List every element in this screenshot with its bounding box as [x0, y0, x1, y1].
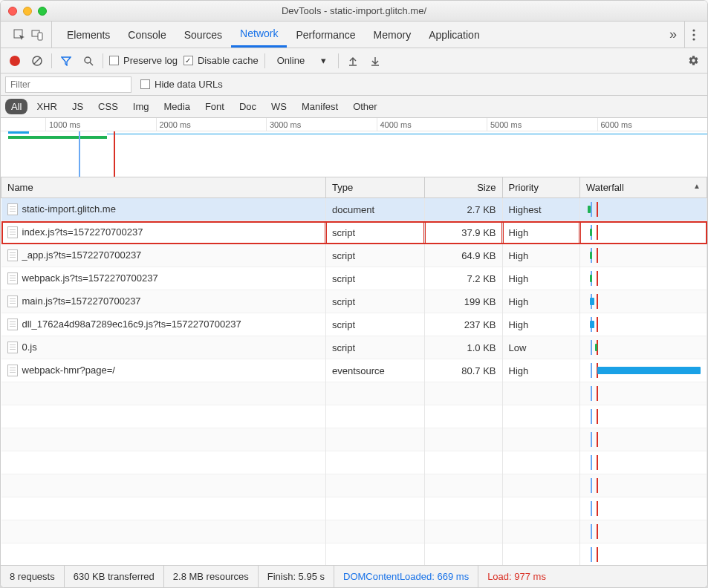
close-icon[interactable] [8, 7, 17, 16]
file-icon [7, 226, 18, 238]
empty-row [1, 497, 707, 520]
empty-row [1, 405, 707, 428]
zoom-icon[interactable] [38, 7, 47, 16]
col-priority[interactable]: Priority [502, 177, 580, 198]
request-priority: Low [502, 336, 580, 359]
request-name: _app.js?ts=1572270700237 [1, 244, 326, 267]
export-har-icon[interactable] [367, 53, 383, 69]
tab-application[interactable]: Application [420, 22, 489, 48]
main-tabs: ElementsConsoleSourcesNetworkPerformance… [1, 22, 707, 48]
overview-tick: 4000 ms [377, 118, 487, 131]
request-name: static-import.glitch.me [1, 198, 326, 221]
status-resources: 2.8 MB resources [164, 566, 259, 587]
filter-img[interactable]: Img [127, 99, 155, 114]
minimize-icon[interactable] [23, 7, 32, 16]
request-priority: High [502, 244, 580, 267]
request-type: script [326, 244, 425, 267]
request-type: script [326, 267, 425, 290]
network-settings-icon[interactable] [685, 53, 701, 69]
request-type: eventsource [326, 359, 425, 382]
status-finish: Finish: 5.95 s [259, 566, 334, 587]
filter-js[interactable]: JS [66, 99, 89, 114]
request-size: 7.2 KB [425, 267, 503, 290]
request-row[interactable]: main.js?ts=1572270700237script199 KBHigh [1, 290, 707, 313]
tab-memory[interactable]: Memory [365, 22, 420, 48]
status-load: Load: 977 ms [478, 566, 555, 587]
hide-data-urls-checkbox[interactable]: Hide data URLs [140, 79, 223, 90]
request-type: script [326, 313, 425, 336]
filter-css[interactable]: CSS [92, 99, 124, 114]
preserve-log-checkbox[interactable]: Preserve log [109, 55, 178, 66]
request-row[interactable]: index.js?ts=1572270700237script37.9 KBHi… [1, 221, 707, 244]
request-row[interactable]: _app.js?ts=1572270700237script64.9 KBHig… [1, 244, 707, 267]
tab-console[interactable]: Console [119, 22, 175, 48]
network-table: Name Type Size Priority Waterfall▲ stati… [1, 177, 707, 565]
filter-font[interactable]: Font [199, 99, 230, 114]
request-row[interactable]: 0.jsscript1.0 KBLow [1, 336, 707, 359]
request-waterfall [580, 267, 707, 290]
tab-sources[interactable]: Sources [175, 22, 231, 48]
status-requests: 8 requests [1, 566, 65, 587]
file-icon [7, 203, 18, 215]
file-icon [7, 272, 18, 284]
request-size: 199 KB [425, 290, 503, 313]
request-priority: High [502, 267, 580, 290]
settings-menu-icon[interactable] [684, 22, 703, 48]
request-row[interactable]: dll_1762a4d98a7289ec16c9.js?ts=157227070… [1, 313, 707, 336]
filter-ws[interactable]: WS [265, 99, 293, 114]
request-row[interactable]: webpack.js?ts=1572270700237script7.2 KBH… [1, 267, 707, 290]
filter-doc[interactable]: Doc [233, 99, 262, 114]
file-icon [7, 249, 18, 261]
inspect-element-icon[interactable] [11, 27, 27, 43]
request-size: 237 KB [425, 313, 503, 336]
request-priority: High [502, 313, 580, 336]
import-har-icon[interactable] [345, 53, 361, 69]
empty-row [1, 520, 707, 543]
request-row[interactable]: webpack-hmr?page=/eventsource80.7 KBHigh [1, 359, 707, 382]
device-toggle-icon[interactable] [29, 27, 45, 43]
disable-cache-checkbox[interactable]: Disable cache [184, 55, 259, 66]
filter-all[interactable]: All [5, 99, 27, 114]
request-size: 37.9 KB [425, 221, 503, 244]
clear-icon[interactable] [29, 53, 45, 69]
tabs-overflow-icon[interactable]: » [662, 27, 684, 42]
svg-point-5 [692, 38, 695, 40]
timeline-overview[interactable]: 1000 ms2000 ms3000 ms4000 ms5000 ms6000 … [1, 118, 707, 177]
request-name: index.js?ts=1572270700237 [1, 221, 326, 244]
col-name[interactable]: Name [1, 177, 326, 198]
request-waterfall [580, 244, 707, 267]
filter-xhr[interactable]: XHR [30, 99, 62, 114]
devtools-window: DevTools - static-import.glitch.me/ Elem… [0, 0, 708, 588]
preserve-log-label: Preserve log [123, 55, 178, 66]
overview-tick: 1000 ms [45, 118, 156, 131]
svg-line-7 [34, 58, 40, 64]
request-waterfall [580, 336, 707, 359]
search-icon[interactable] [80, 53, 97, 69]
tab-elements[interactable]: Elements [58, 22, 119, 48]
request-type: document [326, 198, 425, 221]
request-waterfall [580, 359, 707, 382]
request-row[interactable]: static-import.glitch.medocument2.7 KBHig… [1, 198, 707, 221]
throttling-select[interactable]: Online ▾ [271, 55, 333, 66]
window-title: DevTools - static-import.glitch.me/ [1, 5, 707, 16]
overview-tick: 2000 ms [156, 118, 267, 131]
request-waterfall [580, 313, 707, 336]
tab-network[interactable]: Network [231, 22, 287, 48]
tab-performance[interactable]: Performance [287, 22, 364, 48]
request-name: 0.js [1, 336, 326, 359]
file-icon [7, 365, 18, 376]
filter-media[interactable]: Media [157, 99, 195, 114]
filter-toggle-icon[interactable] [58, 53, 74, 69]
request-waterfall [580, 221, 707, 244]
empty-row [1, 474, 707, 497]
status-bar: 8 requests 630 KB transferred 2.8 MB res… [1, 565, 707, 587]
record-button[interactable] [7, 53, 23, 69]
empty-row [1, 451, 707, 474]
filter-input[interactable] [5, 76, 131, 93]
filter-other[interactable]: Other [347, 99, 383, 114]
col-waterfall[interactable]: Waterfall▲ [580, 177, 707, 198]
col-type[interactable]: Type [326, 177, 425, 198]
col-size[interactable]: Size [425, 177, 503, 198]
filter-manifest[interactable]: Manifest [296, 99, 344, 114]
hide-data-urls-label: Hide data URLs [155, 79, 223, 90]
